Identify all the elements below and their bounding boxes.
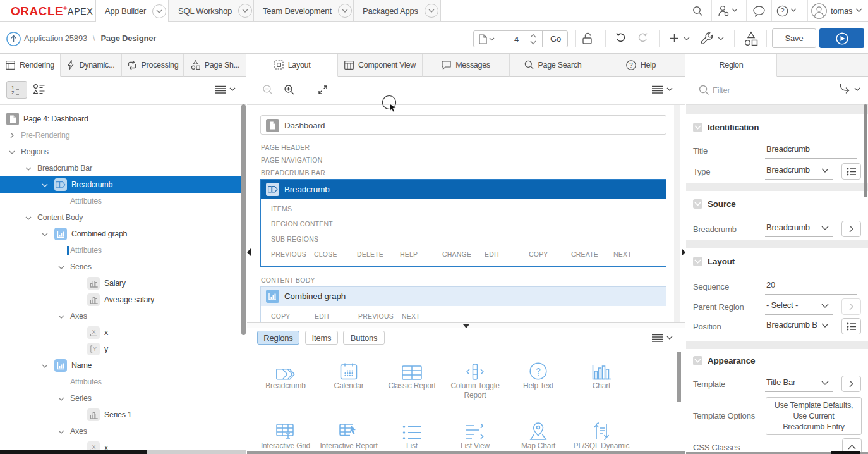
- svg-text:2: 2: [11, 90, 15, 95]
- svg-text:?: ?: [536, 366, 540, 376]
- svg-text:Y: Y: [93, 346, 97, 352]
- svg-text:X: X: [92, 444, 95, 450]
- svg-text:?: ?: [629, 61, 633, 68]
- svg-text:X: X: [92, 329, 95, 335]
- svg-text:?: ?: [781, 7, 785, 15]
